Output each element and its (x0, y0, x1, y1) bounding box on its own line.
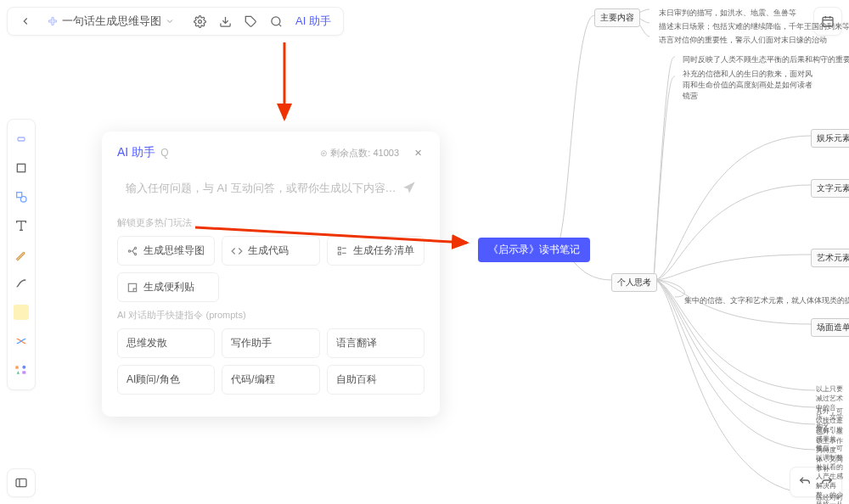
mindmap-leaf[interactable]: 集中的信德、文字和艺术元素，就人体体现类的提倡感官 (679, 293, 849, 309)
svg-rect-15 (16, 479, 26, 486)
credits-label: ⊙ 剩余点数: 41003 (320, 147, 399, 160)
tool-shape[interactable] (10, 186, 32, 208)
export-icon[interactable] (214, 10, 236, 32)
chip-brainstorm[interactable]: 思维发散 (117, 328, 215, 358)
chip-writing[interactable]: 写作助手 (222, 328, 319, 358)
close-icon[interactable]: ✕ (411, 148, 424, 159)
mindmap-leaf[interactable]: 娱乐元素 (811, 129, 849, 148)
tool-sticky-note[interactable] (10, 301, 32, 323)
svg-line-4 (278, 24, 281, 26)
mindmap-leaf[interactable]: 练经对时用人面部处如的意要程度补 (811, 490, 849, 504)
section-prompts: AI 对话助手快捷指令 (prompts) (117, 309, 424, 322)
mindmap-leaf[interactable]: 语言对信仰的重要性，警示人们面对末日缘的治动 (654, 32, 832, 48)
mindmap-leaf[interactable]: 补充的信德和人的生日的救来，面对风雨和生命价值的高度刻画处是如何读者镜营 (678, 66, 822, 104)
chip-translate[interactable]: 语言翻译 (327, 328, 424, 358)
svg-rect-28 (128, 283, 136, 291)
ai-assistant-panel: AI 助手Q ⊙ 剩余点数: 41003 ✕ 解锁更多热门玩法 生成思维导图 生… (102, 132, 440, 417)
topbar: 一句话生成思维导图 AI 助手 (7, 7, 344, 36)
panel-toggle-button[interactable] (7, 468, 36, 497)
svg-point-22 (134, 247, 136, 249)
tool-sidebar (7, 119, 36, 390)
svg-point-21 (128, 249, 130, 251)
mindmap-leaf[interactable]: 场面造单 (811, 318, 849, 337)
svg-rect-6 (17, 164, 25, 171)
mindmap-leaf[interactable]: 文字元素 (811, 179, 849, 198)
svg-point-3 (271, 16, 279, 25)
settings-icon[interactable] (188, 10, 211, 32)
mindmap-branch-personal-thoughts[interactable]: 个人思考 (611, 273, 657, 292)
tag-icon[interactable] (239, 10, 261, 32)
doc-title[interactable]: 一句话生成思维导图 (42, 14, 183, 29)
mindmap-leaf[interactable]: 艺术元素 (811, 249, 849, 267)
tool-connector[interactable] (10, 272, 32, 294)
tool-pen[interactable] (10, 244, 32, 266)
svg-point-12 (22, 366, 25, 369)
ai-panel-title: AI 助手Q (117, 145, 168, 160)
tool-cross-lines[interactable] (10, 330, 32, 352)
doc-title-text: 一句话生成思维导图 (62, 14, 161, 29)
chip-sticky[interactable]: 生成便利贴 (117, 272, 219, 302)
svg-point-8 (20, 196, 26, 202)
svg-point-23 (134, 253, 136, 255)
svg-point-0 (198, 20, 201, 23)
send-icon[interactable] (399, 177, 419, 198)
svg-rect-7 (17, 193, 22, 198)
ai-prompt-input[interactable] (126, 182, 399, 194)
search-icon[interactable] (265, 10, 287, 32)
tool-select[interactable] (10, 128, 32, 150)
mindmap-root-node[interactable]: 《启示录》读书笔记 (478, 238, 590, 262)
chip-encyclopedia[interactable]: 自助百科 (327, 365, 424, 395)
svg-rect-5 (18, 137, 25, 141)
chip-consultant[interactable]: AI顾问/角色 (117, 365, 215, 395)
tool-frame[interactable] (10, 157, 32, 179)
tool-more-shapes[interactable] (10, 359, 32, 381)
back-button[interactable] (14, 10, 37, 32)
ai-assistant-link[interactable]: AI 助手 (289, 14, 338, 29)
svg-marker-13 (17, 371, 20, 373)
mindmap-branch-main-content[interactable]: 主要内容 (594, 8, 640, 27)
chip-programming[interactable]: 代码/编程 (222, 365, 319, 395)
tool-text[interactable] (10, 215, 32, 237)
svg-rect-14 (22, 371, 25, 373)
svg-rect-11 (15, 366, 18, 368)
